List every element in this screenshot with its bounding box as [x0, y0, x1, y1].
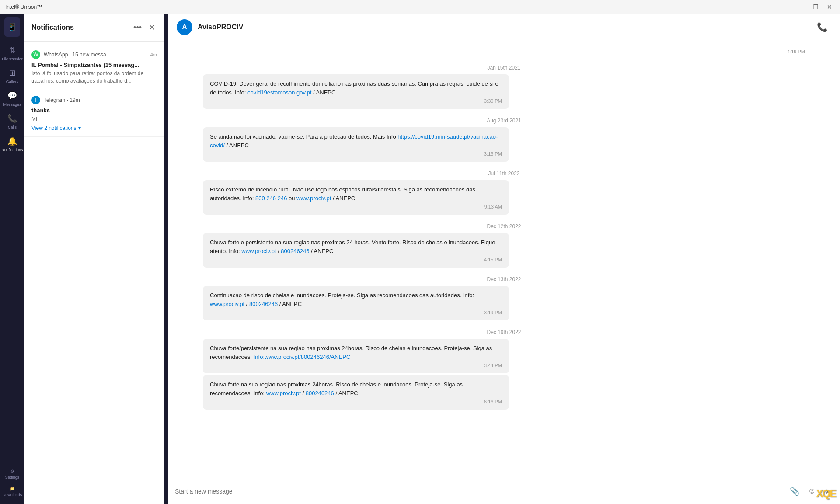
- message-link[interactable]: 800246246: [249, 301, 278, 307]
- chevron-down-icon: ▾: [78, 125, 81, 131]
- sidebar-item-file-transfer[interactable]: ⇅ File transfer: [0, 42, 24, 65]
- message-time: 3:13 PM: [210, 151, 502, 156]
- whatsapp-body: Isto já foi usado para retirar pontos da…: [31, 70, 157, 85]
- list-item[interactable]: T Telegram · 19m thanks Mh View 2 notifi…: [24, 90, 164, 137]
- notifications-icon: 🔔: [7, 136, 17, 146]
- date-separator: Jul 11th 2022: [203, 170, 805, 177]
- telegram-icon: T: [31, 96, 40, 104]
- settings-label: Settings: [5, 475, 20, 480]
- view-more-text: View 2 notifications: [31, 125, 77, 131]
- device-icon: 📱: [4, 17, 20, 37]
- message-text: Risco extremo de incendio rural. Nao use…: [210, 185, 502, 202]
- telegram-title: thanks: [31, 107, 157, 114]
- sidebar-item-downloads[interactable]: 📁 Downloads: [0, 483, 24, 501]
- message-link[interactable]: Info:www.prociv.pt/800246246/ANEPC: [254, 354, 351, 360]
- date-separator: Dec 13th 2022: [203, 276, 805, 282]
- sidebar-item-notifications[interactable]: 🔔 Notifications: [0, 133, 24, 156]
- notification-item-header: W WhatsApp · 15 new messa... 4m: [31, 50, 157, 59]
- message-text: Continuacao de risco de cheias e inundac…: [210, 291, 502, 308]
- sidebar-item-messages[interactable]: 💬 Messages: [0, 87, 24, 110]
- message-link[interactable]: 800 246 246: [255, 195, 287, 202]
- restore-button[interactable]: ❐: [810, 2, 821, 12]
- settings-icon: ⚙: [10, 469, 14, 473]
- message-link[interactable]: covid19estamoson.gov.pt: [247, 89, 311, 96]
- date-separator: Aug 23rd 2021: [203, 118, 805, 124]
- chat-contact-name: AvisoPROCIV: [198, 23, 243, 31]
- panel-divider: [164, 14, 168, 504]
- table-row: Se ainda nao foi vacinado, vacine-se. Pa…: [203, 127, 509, 162]
- message-link[interactable]: 800246246: [306, 390, 334, 396]
- sidebar-item-calls[interactable]: 📞 Calls: [0, 110, 24, 133]
- message-link[interactable]: www.prociv.pt: [296, 195, 331, 202]
- window-controls: − ❐ ✕: [796, 2, 835, 12]
- message-link[interactable]: www.prociv.pt: [266, 390, 301, 396]
- whatsapp-icon: W: [31, 50, 40, 59]
- notifications-list: W WhatsApp · 15 new messa... 4m IL Pomba…: [24, 42, 164, 504]
- chat-contact: A AvisoPROCIV: [177, 19, 243, 35]
- titlebar: Intel® Unison™ − ❐ ✕: [0, 0, 840, 14]
- whatsapp-app-name: WhatsApp · 15 new messa...: [44, 52, 111, 58]
- chat-messages: 4:19 PM Jan 15th 2021 COVID-19: Dever ge…: [168, 40, 840, 478]
- telegram-body: Mh: [31, 115, 157, 123]
- notifications-close-button[interactable]: ✕: [147, 21, 157, 34]
- message-time: 4:19 PM: [203, 49, 805, 54]
- date-separator: Jan 15th 2021: [203, 65, 805, 71]
- message-text: Chuva forte na sua regiao nas proximas 2…: [210, 380, 502, 397]
- message-input[interactable]: [175, 488, 783, 495]
- message-time: 4:15 PM: [210, 257, 502, 262]
- message-text: Chuva forte/persistente na sua regiao na…: [210, 344, 502, 361]
- table-row: Chuva forte e persistente na sua regiao …: [203, 233, 509, 268]
- message-time: 3:19 PM: [210, 310, 502, 315]
- call-button[interactable]: 📞: [813, 18, 831, 36]
- date-separator: Dec 12th 2022: [203, 223, 805, 229]
- chat-input-area: 📎 ☺ ➤: [168, 478, 840, 504]
- calls-icon: 📞: [7, 114, 17, 123]
- table-row: Chuva forte na sua regiao nas proximas 2…: [203, 375, 509, 410]
- message-link[interactable]: www.prociv.pt: [210, 301, 244, 307]
- message-time: 3:30 PM: [210, 98, 502, 104]
- message-time: 9:13 AM: [210, 204, 502, 209]
- message-text: Se ainda nao foi vacinado, vacine-se. Pa…: [210, 132, 502, 149]
- message-link[interactable]: 800246246: [281, 248, 309, 254]
- calls-label: Calls: [8, 125, 17, 129]
- table-row: Continuacao de risco de cheias e inundac…: [203, 286, 509, 320]
- telegram-app-name: Telegram · 19m: [44, 97, 80, 103]
- file-transfer-label: File transfer: [2, 57, 23, 61]
- message-time: 3:44 PM: [210, 363, 502, 368]
- close-button[interactable]: ✕: [824, 2, 835, 12]
- message-link[interactable]: https://covid19.min-saude.pt/vacinacao-c…: [210, 133, 498, 149]
- gallery-label: Gallery: [6, 80, 19, 84]
- minimize-button[interactable]: −: [796, 2, 807, 12]
- app-body: 📱 ⇅ File transfer ⊞ Gallery 💬 Messages 📞…: [0, 14, 840, 504]
- table-row: COVID-19: Dever geral de recolhimento do…: [203, 74, 509, 109]
- messages-icon: 💬: [7, 91, 17, 101]
- notifications-more-button[interactable]: •••: [132, 21, 143, 34]
- message-time: 6:16 PM: [210, 399, 502, 404]
- whatsapp-title: IL Pombal - Simpatizantes (15 messag...: [31, 62, 157, 68]
- emoji-icon[interactable]: ☺: [806, 485, 818, 497]
- send-icon[interactable]: ➤: [823, 485, 833, 498]
- view-more-link[interactable]: View 2 notifications ▾: [31, 125, 157, 131]
- attachment-icon[interactable]: 📎: [788, 485, 801, 498]
- notification-item-header: T Telegram · 19m: [31, 96, 157, 104]
- chat-area: A AvisoPROCIV 📞 4:19 PM Jan 15th 2021 CO…: [168, 14, 840, 504]
- message-text: Chuva forte e persistente na sua regiao …: [210, 238, 502, 255]
- chat-header: A AvisoPROCIV 📞: [168, 14, 840, 40]
- sidebar-item-gallery[interactable]: ⊞ Gallery: [0, 65, 24, 87]
- table-row: Chuva forte/persistente na sua regiao na…: [203, 339, 509, 373]
- whatsapp-time: 4m: [150, 52, 157, 57]
- gallery-icon: ⊞: [9, 68, 16, 78]
- notifications-title: Notifications: [31, 24, 74, 31]
- list-item[interactable]: W WhatsApp · 15 new messa... 4m IL Pomba…: [24, 45, 164, 90]
- phone-icon: 📞: [817, 22, 828, 32]
- notifications-panel: Notifications ••• ✕ W WhatsApp · 15 new …: [24, 14, 164, 504]
- app-title: Intel® Unison™: [5, 4, 42, 10]
- icon-nav: 📱 ⇅ File transfer ⊞ Gallery 💬 Messages 📞…: [0, 14, 24, 504]
- table-row: Risco extremo de incendio rural. Nao use…: [203, 180, 509, 215]
- avatar: A: [177, 19, 192, 35]
- message-text: COVID-19: Dever geral de recolhimento do…: [210, 80, 502, 97]
- sidebar-item-settings[interactable]: ⚙ Settings: [0, 466, 24, 483]
- notifications-label: Notifications: [1, 148, 23, 152]
- notifications-header-actions: ••• ✕: [132, 21, 157, 34]
- message-link[interactable]: www.prociv.pt: [241, 248, 276, 254]
